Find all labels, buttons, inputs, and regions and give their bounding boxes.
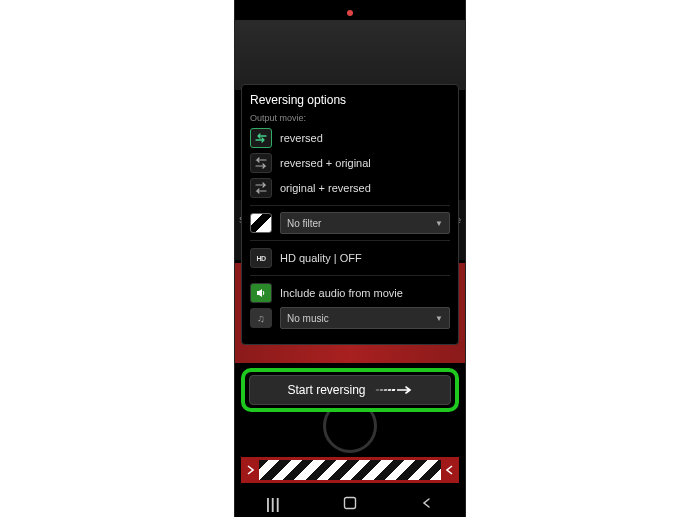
option-label: original + reversed bbox=[280, 182, 371, 194]
music-icon: ♫ bbox=[250, 308, 272, 328]
timeline-next-button[interactable] bbox=[441, 457, 459, 483]
output-movie-label: Output movie: bbox=[250, 113, 450, 123]
option-reversed-original[interactable]: reversed + original bbox=[250, 152, 450, 174]
video-preview-bg bbox=[235, 20, 465, 90]
option-original-reversed[interactable]: original + reversed bbox=[250, 177, 450, 199]
svg-rect-0 bbox=[344, 497, 355, 508]
original-plus-reverse-icon bbox=[250, 178, 272, 198]
timeline-track[interactable] bbox=[259, 457, 441, 483]
option-label: reversed bbox=[280, 132, 323, 144]
panel-title: Reversing options bbox=[250, 93, 450, 107]
nav-back-button[interactable] bbox=[407, 496, 447, 512]
option-reversed[interactable]: reversed bbox=[250, 127, 450, 149]
divider bbox=[250, 205, 450, 206]
music-row: ♫ No music ▼ bbox=[250, 307, 450, 329]
nav-recents-button[interactable]: ||| bbox=[253, 496, 293, 512]
recording-indicator bbox=[347, 10, 353, 16]
timeline-prev-button[interactable] bbox=[241, 457, 259, 483]
hd-quality-row[interactable]: HD HD quality | OFF bbox=[250, 247, 450, 269]
divider bbox=[250, 275, 450, 276]
arrow-right-icon bbox=[376, 386, 413, 394]
filter-selected: No filter bbox=[287, 218, 321, 229]
android-nav-bar: ||| bbox=[235, 491, 465, 517]
hd-icon: HD bbox=[250, 248, 272, 268]
filter-row: No filter ▼ bbox=[250, 212, 450, 234]
chevron-down-icon: ▼ bbox=[435, 219, 443, 228]
audio-label: Include audio from movie bbox=[280, 287, 403, 299]
status-bar bbox=[235, 0, 465, 20]
divider bbox=[250, 240, 450, 241]
filter-dropdown[interactable]: No filter ▼ bbox=[280, 212, 450, 234]
music-selected: No music bbox=[287, 313, 329, 324]
include-audio-row[interactable]: Include audio from movie bbox=[250, 282, 450, 304]
reverse-icon bbox=[250, 128, 272, 148]
nav-home-button[interactable] bbox=[330, 496, 370, 513]
option-label: reversed + original bbox=[280, 157, 371, 169]
hd-label: HD quality | OFF bbox=[280, 252, 362, 264]
timeline bbox=[241, 457, 459, 483]
reverse-plus-original-icon bbox=[250, 153, 272, 173]
reversing-options-panel: Reversing options Output movie: reversed… bbox=[241, 84, 459, 345]
cta-label: Start reversing bbox=[287, 383, 365, 397]
audio-icon bbox=[250, 283, 272, 303]
filter-icon bbox=[250, 213, 272, 233]
start-reversing-button[interactable]: Start reversing bbox=[249, 375, 451, 405]
phone-frame: Se ne Reversing options Output movie: re… bbox=[234, 0, 466, 517]
music-dropdown[interactable]: No music ▼ bbox=[280, 307, 450, 329]
chevron-down-icon: ▼ bbox=[435, 314, 443, 323]
start-reversing-highlight: Start reversing bbox=[241, 368, 459, 412]
